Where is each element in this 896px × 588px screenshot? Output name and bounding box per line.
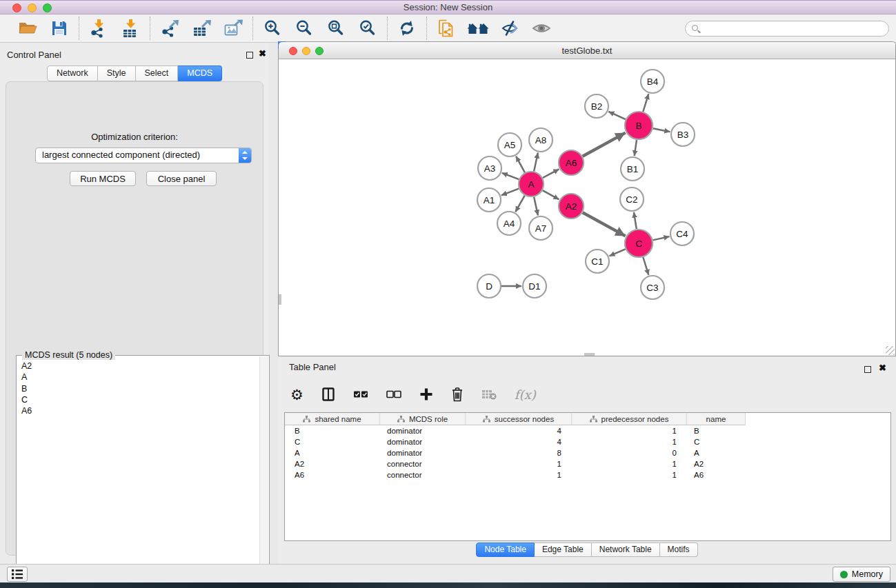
result-item[interactable]: C xyxy=(21,394,259,405)
graph-node-A6[interactable]: A6 xyxy=(559,150,584,175)
column-header-mcds-role[interactable]: MCDS role xyxy=(380,413,466,425)
graph-edge-B-B2[interactable] xyxy=(608,112,626,119)
add-column-button[interactable] xyxy=(419,387,433,401)
graph-node-C1[interactable]: C1 xyxy=(586,250,609,273)
horizontal-scrollbar-thumb[interactable] xyxy=(584,353,595,356)
open-folder-icon[interactable] xyxy=(17,17,39,39)
criterion-dropdown[interactable]: largest connected component (directed) xyxy=(35,148,252,163)
column-header-successor-nodes[interactable]: successor nodes xyxy=(466,413,572,425)
delete-column-button[interactable] xyxy=(451,387,464,402)
graph-edge-A-A6[interactable] xyxy=(543,169,559,178)
graph-edge-A-A3[interactable] xyxy=(502,173,519,179)
graph-edge-A-A8[interactable] xyxy=(534,153,538,172)
graph-node-B2[interactable]: B2 xyxy=(585,94,608,118)
select-all-button[interactable] xyxy=(353,390,368,399)
eye-icon[interactable] xyxy=(530,17,552,39)
tab-edge-table[interactable]: Edge Table xyxy=(535,543,592,557)
vertical-scrollbar-thumb[interactable] xyxy=(279,294,281,305)
table-row[interactable]: Cdominator41C xyxy=(285,436,890,447)
graph-node-C[interactable]: C xyxy=(625,230,653,257)
graph-node-A5[interactable]: A5 xyxy=(498,133,521,156)
column-header-predecessor-nodes[interactable]: predecessor nodes xyxy=(572,413,687,425)
close-panel-icon[interactable]: ✖ xyxy=(259,48,266,59)
table-settings-button[interactable]: ⚙ xyxy=(290,387,303,402)
graph-node-A3[interactable]: A3 xyxy=(478,156,501,180)
graph-node-A[interactable]: A xyxy=(519,172,544,196)
graph-node-A8[interactable]: A8 xyxy=(529,128,552,152)
save-icon[interactable] xyxy=(48,17,70,39)
export-image-icon[interactable] xyxy=(222,17,244,39)
close-table-panel-icon[interactable]: ✖ xyxy=(879,363,886,373)
graph-edge-A-A5[interactable] xyxy=(516,156,525,173)
network-file-icon[interactable] xyxy=(435,17,457,39)
graph-edge-C-C1[interactable] xyxy=(609,249,625,256)
float-table-panel-icon[interactable] xyxy=(864,366,871,373)
tab-network[interactable]: Network xyxy=(47,65,98,81)
graph-node-A4[interactable]: A4 xyxy=(497,212,521,235)
graph-edge-B-B3[interactable] xyxy=(653,128,670,132)
graph-node-A1[interactable]: A1 xyxy=(477,188,501,212)
search-input[interactable] xyxy=(704,22,883,35)
node-table[interactable]: shared nameMCDS rolesuccessor nodesprede… xyxy=(284,412,891,541)
graph-node-D[interactable]: D xyxy=(477,274,501,298)
result-item[interactable]: A2 xyxy=(21,361,259,372)
tab-mcds[interactable]: MCDS xyxy=(178,65,222,81)
table-row[interactable]: A6connector11A6 xyxy=(285,469,890,480)
resize-grip[interactable] xyxy=(886,346,895,355)
hide-elements-icon[interactable] xyxy=(499,17,521,39)
graph-edge-A-A1[interactable] xyxy=(501,189,519,196)
mcds-result-list[interactable]: A2ABCA6 xyxy=(17,358,259,586)
table-row[interactable]: Adominator80A xyxy=(285,447,890,458)
tab-select[interactable]: Select xyxy=(136,65,179,81)
export-table-icon[interactable] xyxy=(190,17,212,39)
graph-edge-A-A4[interactable] xyxy=(515,196,524,212)
graph-node-B1[interactable]: B1 xyxy=(621,157,644,181)
result-item[interactable]: A xyxy=(21,372,259,383)
show-columns-button[interactable] xyxy=(321,387,335,401)
graph-node-B4[interactable]: B4 xyxy=(641,70,664,93)
function-builder-button[interactable]: f(x) xyxy=(515,387,536,402)
run-mcds-button[interactable]: Run MCDS xyxy=(70,171,136,186)
tab-style[interactable]: Style xyxy=(98,65,136,81)
graph-node-C4[interactable]: C4 xyxy=(670,222,694,245)
graph-node-C2[interactable]: C2 xyxy=(620,187,644,211)
column-header-shared-name[interactable]: shared name xyxy=(285,413,380,425)
zoom-in-icon[interactable] xyxy=(261,17,283,39)
graph-edge-A2-C[interactable] xyxy=(583,212,626,236)
result-item[interactable]: A6 xyxy=(21,405,259,416)
network-canvas[interactable]: AA1A2A3A4A5A6A7A8BB1B2B3B4CC1C2C3C4DD1 xyxy=(279,60,895,356)
import-network-icon[interactable] xyxy=(88,17,110,39)
graph-node-A7[interactable]: A7 xyxy=(529,216,552,240)
deselect-all-button[interactable] xyxy=(386,390,401,399)
column-header-name[interactable]: name xyxy=(687,413,746,425)
table-row[interactable]: Bdominator41B xyxy=(285,425,890,436)
zoom-out-icon[interactable] xyxy=(293,17,315,39)
graph-edge-A6-B[interactable] xyxy=(583,133,626,156)
graph-edge-C-C3[interactable] xyxy=(643,257,648,275)
result-scrollbar[interactable] xyxy=(259,356,268,586)
graph-edge-B-B1[interactable] xyxy=(635,140,637,156)
graph-node-B3[interactable]: B3 xyxy=(671,123,695,146)
refresh-icon[interactable] xyxy=(396,17,418,39)
home-layouts-icon[interactable] xyxy=(467,17,489,39)
graph-edge-C-C4[interactable] xyxy=(653,236,670,240)
search-field[interactable] xyxy=(685,21,889,37)
graph-node-C3[interactable]: C3 xyxy=(641,276,664,299)
graph-edge-B-B4[interactable] xyxy=(643,94,648,112)
graph-node-A2[interactable]: A2 xyxy=(559,194,584,219)
export-network-icon[interactable] xyxy=(159,17,181,39)
zoom-selected-icon[interactable] xyxy=(357,17,379,39)
float-panel-icon[interactable] xyxy=(246,52,253,59)
table-row[interactable]: A2connector11A2 xyxy=(285,458,890,469)
graph-node-B[interactable]: B xyxy=(625,112,653,139)
import-table-icon[interactable] xyxy=(119,17,141,39)
graph-edge-C-C2[interactable] xyxy=(634,212,637,230)
tab-motifs[interactable]: Motifs xyxy=(660,543,698,557)
memory-button[interactable]: Memory xyxy=(833,567,890,582)
tab-node-table[interactable]: Node Table xyxy=(476,543,535,557)
graph-node-D1[interactable]: D1 xyxy=(523,274,546,298)
graph-edge-A-A7[interactable] xyxy=(534,197,538,216)
zoom-fit-icon[interactable] xyxy=(325,17,347,39)
result-item[interactable]: B xyxy=(21,383,259,394)
show-panels-button[interactable] xyxy=(7,567,28,582)
